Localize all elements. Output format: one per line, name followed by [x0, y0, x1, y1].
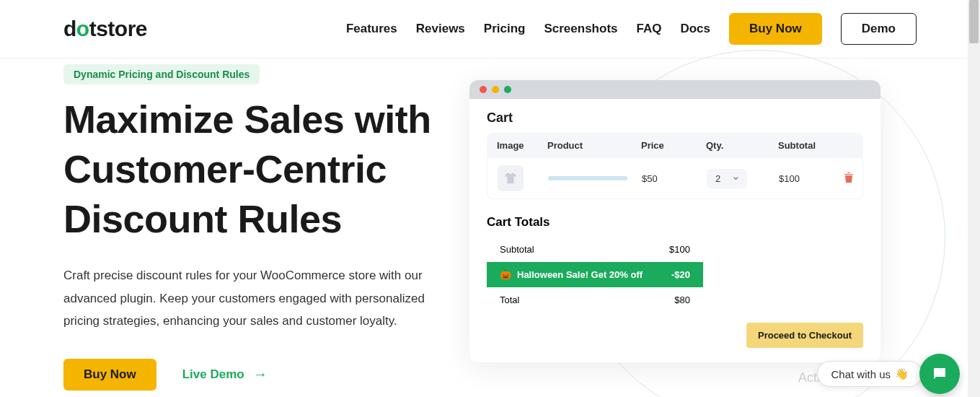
nav-screenshots[interactable]: Screenshots — [544, 22, 617, 36]
scrollbar-thumb[interactable] — [969, 0, 979, 43]
subtotal-value: $100 — [669, 244, 690, 255]
header: dotstore Features Reviews Pricing Screen… — [0, 0, 980, 58]
chat-label: Chat with us — [831, 368, 891, 380]
hero-right: Cart Image Product Price Qty. Subtotal $… — [469, 64, 917, 391]
cart-totals-title: Cart Totals — [487, 215, 863, 230]
logo-rest: tstore — [89, 17, 147, 41]
nav-faq[interactable]: FAQ — [637, 22, 662, 36]
nav: Features Reviews Pricing Screenshots FAQ… — [346, 13, 917, 45]
qty-select[interactable]: 2 — [707, 169, 747, 188]
discount-row: 🎃 Halloween Sale! Get 20% off -$20 — [487, 262, 703, 287]
totals-box: Subtotal $100 🎃 Halloween Sale! Get 20% … — [487, 237, 703, 313]
qty-value: 2 — [715, 173, 720, 184]
live-demo-link[interactable]: Live Demo → — [182, 366, 268, 383]
buy-now-button[interactable]: Buy Now — [729, 13, 822, 45]
row-subtotal: $100 — [779, 173, 844, 184]
cart-header-row: Image Product Price Qty. Subtotal — [487, 133, 863, 158]
shirt-icon — [503, 170, 518, 186]
pumpkin-icon: 🎃 — [500, 269, 511, 280]
window-min-icon — [492, 86, 499, 93]
hero-title: Maximize Sales with Customer-Centric Dis… — [63, 95, 448, 244]
scrollbar[interactable] — [968, 0, 980, 397]
mock-body: Cart Image Product Price Qty. Subtotal $… — [469, 99, 880, 362]
subtotal-label: Subtotal — [500, 244, 534, 255]
chevron-down-icon — [733, 175, 738, 182]
nav-reviews[interactable]: Reviews — [416, 22, 465, 36]
col-price: Price — [641, 140, 706, 151]
product-name-placeholder — [548, 176, 627, 180]
checkout-button[interactable]: Proceed to Checkout — [746, 323, 863, 348]
sale-value: -$20 — [671, 269, 690, 280]
hero-text: Craft precise discount rules for your Wo… — [63, 264, 448, 332]
chat-fab[interactable] — [919, 354, 960, 394]
wave-icon: 👋 — [895, 367, 909, 380]
nav-features[interactable]: Features — [346, 22, 397, 36]
logo-o: o — [76, 17, 89, 41]
window-max-icon — [504, 86, 511, 93]
window-close-icon — [480, 86, 487, 93]
cart-title: Cart — [487, 110, 863, 126]
cart-mockup: Cart Image Product Price Qty. Subtotal $… — [469, 80, 880, 362]
col-qty: Qty. — [706, 140, 778, 151]
product-image — [498, 165, 524, 191]
row-price: $50 — [642, 173, 707, 184]
nav-pricing[interactable]: Pricing — [484, 22, 526, 36]
col-subtotal: Subtotal — [778, 140, 843, 151]
category-badge: Dynamic Pricing and Discount Rules — [63, 64, 260, 84]
trash-icon[interactable] — [844, 172, 865, 186]
total-label: Total — [500, 295, 519, 305]
main: Dynamic Pricing and Discount Rules Maxim… — [0, 58, 980, 391]
col-image: Image — [497, 140, 547, 151]
demo-button[interactable]: Demo — [841, 13, 917, 45]
total-value: $80 — [674, 295, 690, 305]
sale-text: Halloween Sale! Get 20% off — [517, 269, 643, 280]
chat-icon — [931, 365, 948, 383]
hero-buy-button[interactable]: Buy Now — [63, 359, 156, 391]
cart-row: $50 2 $100 — [487, 158, 863, 199]
nav-docs[interactable]: Docs — [680, 22, 710, 36]
logo[interactable]: dotstore — [63, 17, 147, 41]
live-demo-label: Live Demo — [182, 367, 244, 382]
logo-d: d — [63, 17, 76, 41]
window-titlebar — [469, 80, 880, 99]
arrow-right-icon: → — [253, 366, 268, 383]
hero-left: Dynamic Pricing and Discount Rules Maxim… — [63, 64, 448, 391]
subtotal-row: Subtotal $100 — [487, 237, 703, 262]
total-row: Total $80 — [487, 287, 703, 313]
hero-actions: Buy Now Live Demo → — [63, 359, 448, 391]
col-product: Product — [547, 140, 641, 151]
chat-widget[interactable]: Chat with us 👋 — [817, 361, 922, 387]
